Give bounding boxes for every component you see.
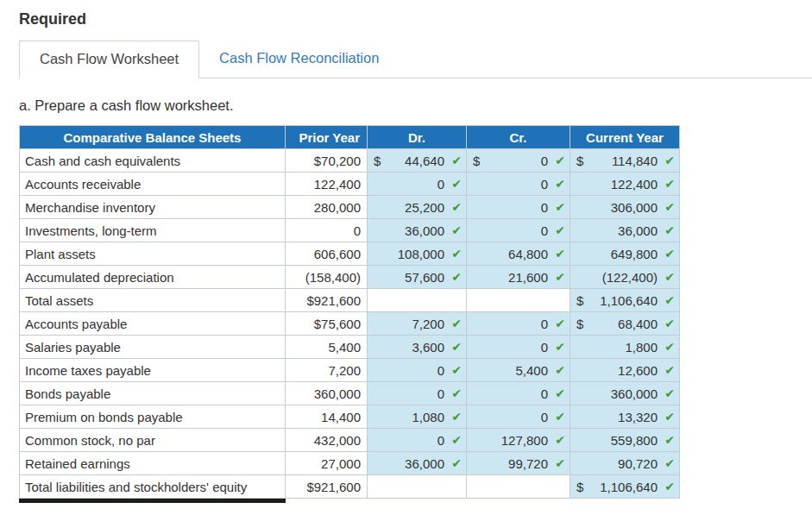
current-year-cell[interactable]: (122,400)✔ bbox=[570, 266, 680, 289]
dr-input-cell[interactable]: $44,640✔ bbox=[368, 149, 467, 173]
check-icon: ✔ bbox=[662, 247, 675, 261]
currency-symbol: $ bbox=[374, 154, 381, 168]
current-year-cell[interactable]: 12,600✔ bbox=[570, 359, 680, 382]
prior-year-value: 14,400 bbox=[286, 405, 368, 429]
current-year-cell[interactable]: $1,106,640✔ bbox=[570, 475, 680, 499]
current-year-cell[interactable]: 90,720✔ bbox=[570, 452, 680, 475]
cell-content: $1,106,640✔ bbox=[570, 480, 679, 494]
row-label: Salaries payable bbox=[20, 336, 286, 359]
check-icon: ✔ bbox=[449, 386, 462, 400]
check-icon: ✔ bbox=[449, 270, 462, 284]
dr-input-cell[interactable]: 0✔ bbox=[368, 382, 467, 405]
cell-content: 36,000✔ bbox=[368, 456, 466, 471]
tab-cash-flow-reconciliation[interactable]: Cash Flow Reconciliation bbox=[199, 41, 399, 79]
table-row: Income taxes payable 7,200 0✔ 5,400✔ 12,… bbox=[20, 359, 680, 382]
cr-input-cell[interactable]: 0✔ bbox=[467, 336, 570, 359]
dr-input-cell[interactable]: 57,600✔ bbox=[368, 266, 467, 289]
check-icon: ✔ bbox=[662, 480, 675, 493]
cell-content: 0✔ bbox=[467, 340, 570, 355]
cr-input-cell[interactable]: 0✔ bbox=[467, 312, 570, 336]
check-icon: ✔ bbox=[662, 154, 675, 167]
row-label: Income taxes payable bbox=[20, 359, 286, 382]
cash-flow-worksheet-table: Comparative Balance Sheets Prior Year Dr… bbox=[19, 125, 680, 499]
check-icon: ✔ bbox=[552, 386, 565, 400]
row-label: Common stock, no par bbox=[20, 429, 286, 452]
cr-input-cell[interactable]: 0✔ bbox=[467, 219, 570, 242]
cr-input-cell[interactable]: 99,720✔ bbox=[467, 452, 570, 475]
cell-content: 360,000✔ bbox=[570, 386, 679, 401]
current-year-cell[interactable]: 1,800✔ bbox=[570, 336, 680, 359]
dr-input-cell[interactable]: 25,200✔ bbox=[368, 196, 467, 219]
dr-input-cell[interactable]: 36,000✔ bbox=[368, 219, 467, 242]
cell-content: $44,640✔ bbox=[368, 154, 466, 168]
prior-year-value: 0 bbox=[286, 219, 368, 242]
cell-content: 99,720✔ bbox=[467, 456, 570, 471]
cr-empty-cell bbox=[467, 289, 570, 312]
dr-input-cell[interactable]: 0✔ bbox=[368, 359, 467, 382]
cell-content: 25,200✔ bbox=[368, 200, 466, 215]
table-header-row: Comparative Balance Sheets Prior Year Dr… bbox=[20, 126, 680, 149]
cr-input-cell[interactable]: 0✔ bbox=[467, 382, 570, 405]
current-year-cell[interactable]: 306,000✔ bbox=[570, 196, 680, 219]
tab-bar: Cash Flow Worksheet Cash Flow Reconcilia… bbox=[19, 41, 812, 79]
cr-input-cell[interactable]: 0✔ bbox=[467, 173, 570, 196]
prior-year-value: 606,600 bbox=[286, 242, 368, 266]
prior-year-value: $70,200 bbox=[286, 149, 368, 173]
current-year-cell[interactable]: 559,800✔ bbox=[570, 429, 680, 452]
dr-input-cell[interactable]: 0✔ bbox=[368, 173, 467, 196]
cr-input-cell[interactable]: 0✔ bbox=[467, 405, 570, 429]
cr-input-cell[interactable]: 127,800✔ bbox=[467, 429, 570, 452]
cr-input-cell[interactable]: 0✔ bbox=[467, 196, 570, 219]
cell-content: $1,106,640✔ bbox=[570, 293, 679, 308]
dr-input-cell[interactable]: 3,600✔ bbox=[368, 336, 467, 359]
col-header-current-year: Current Year bbox=[570, 126, 680, 149]
check-icon: ✔ bbox=[662, 177, 675, 191]
page-title: Required bbox=[19, 10, 812, 28]
current-year-cell[interactable]: 360,000✔ bbox=[570, 382, 680, 405]
current-year-cell[interactable]: 122,400✔ bbox=[570, 173, 680, 196]
cr-input-cell[interactable]: $0✔ bbox=[467, 149, 570, 173]
cell-content: 0✔ bbox=[467, 386, 570, 401]
table-row: Accumulated depreciation (158,400) 57,60… bbox=[20, 266, 680, 289]
check-icon: ✔ bbox=[552, 200, 565, 214]
cell-content: 306,000✔ bbox=[570, 200, 679, 215]
cell-content: $68,400✔ bbox=[570, 317, 679, 331]
dr-input-cell[interactable]: 1,080✔ bbox=[368, 405, 467, 429]
page: Required Cash Flow Worksheet Cash Flow R… bbox=[0, 0, 812, 503]
row-label: Plant assets bbox=[20, 242, 286, 266]
current-year-cell[interactable]: $114,840✔ bbox=[570, 149, 680, 173]
current-year-cell[interactable]: 13,320✔ bbox=[570, 405, 680, 429]
dr-input-cell[interactable]: 7,200✔ bbox=[368, 312, 467, 336]
cr-input-cell[interactable]: 5,400✔ bbox=[467, 359, 570, 382]
check-icon: ✔ bbox=[552, 270, 565, 284]
dr-input-cell[interactable]: 0✔ bbox=[368, 429, 467, 452]
table-row: Premium on bonds payable 14,400 1,080✔ 0… bbox=[20, 405, 680, 429]
check-icon: ✔ bbox=[662, 200, 675, 214]
current-year-cell[interactable]: $68,400✔ bbox=[570, 312, 680, 336]
dr-input-cell[interactable]: 36,000✔ bbox=[368, 452, 467, 475]
currency-symbol: $ bbox=[576, 154, 583, 168]
table-row: Merchandise inventory 280,000 25,200✔ 0✔… bbox=[20, 196, 680, 219]
current-year-cell[interactable]: 36,000✔ bbox=[570, 219, 680, 242]
current-year-cell[interactable]: $1,106,640✔ bbox=[570, 289, 680, 312]
cr-input-cell[interactable]: 21,600✔ bbox=[467, 266, 570, 289]
dr-empty-cell bbox=[368, 289, 467, 312]
check-icon: ✔ bbox=[662, 340, 675, 354]
col-header-dr: Dr. bbox=[368, 126, 467, 149]
cr-input-cell[interactable]: 64,800✔ bbox=[467, 242, 570, 266]
cell-content: 0✔ bbox=[368, 177, 466, 192]
prior-year-value: 5,400 bbox=[286, 336, 368, 359]
check-icon: ✔ bbox=[449, 247, 462, 261]
current-year-cell[interactable]: 649,800✔ bbox=[570, 242, 680, 266]
check-icon: ✔ bbox=[662, 410, 675, 424]
table-row: Plant assets 606,600 108,000✔ 64,800✔ 64… bbox=[20, 242, 680, 266]
dr-input-cell[interactable]: 108,000✔ bbox=[368, 242, 467, 266]
table-row: Salaries payable 5,400 3,600✔ 0✔ 1,800✔ bbox=[20, 336, 680, 359]
row-label: Merchandise inventory bbox=[20, 196, 286, 219]
dr-empty-cell bbox=[368, 475, 467, 499]
tab-cash-flow-worksheet[interactable]: Cash Flow Worksheet bbox=[19, 41, 199, 79]
cell-content: $0✔ bbox=[467, 154, 570, 168]
check-icon: ✔ bbox=[552, 363, 565, 377]
check-icon: ✔ bbox=[662, 317, 675, 330]
check-icon: ✔ bbox=[662, 293, 675, 307]
